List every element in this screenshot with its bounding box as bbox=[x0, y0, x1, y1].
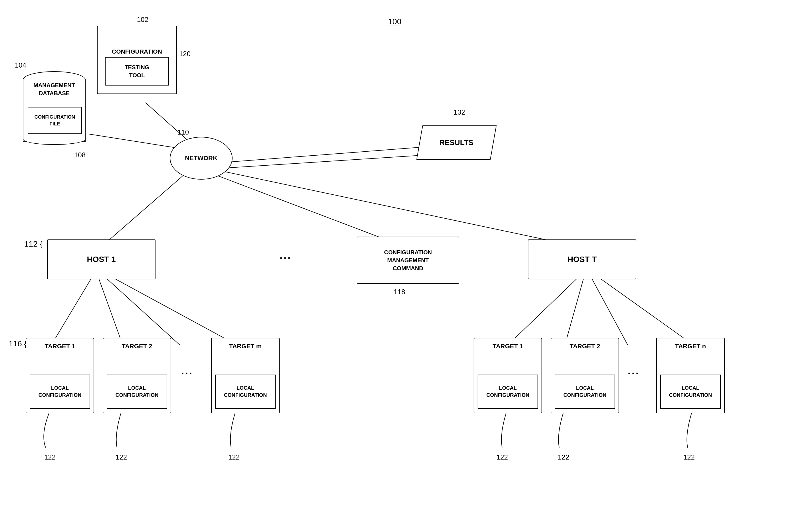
label-122-t1ht: 122 bbox=[497, 453, 508, 461]
config-mgmt-command-box: CONFIGURATION MANAGEMENT COMMAND bbox=[357, 237, 459, 284]
local-config-t2-ht-label: LOCAL CONFIGURATION bbox=[564, 385, 607, 399]
dots-bottom-left: ... bbox=[181, 365, 193, 377]
label-104: 104 bbox=[15, 61, 26, 69]
svg-line-14 bbox=[593, 274, 693, 345]
svg-line-4 bbox=[208, 168, 585, 248]
label-118: 118 bbox=[394, 288, 405, 296]
host-t-label: HOST T bbox=[568, 254, 597, 264]
dots-bottom-right: ... bbox=[628, 365, 640, 377]
config-mgmt-command-label: CONFIGURATION MANAGEMENT COMMAND bbox=[384, 248, 432, 272]
local-config-t1-h1-label: LOCAL CONFIGURATION bbox=[39, 385, 82, 399]
dots-middle-top: ... bbox=[280, 249, 292, 261]
network-label: NETWORK bbox=[185, 155, 217, 162]
testing-tool-label: TESTING TOOL bbox=[125, 63, 149, 79]
diagram-container: 100 102 CONFIGURATION MANAGEMENT SERVER … bbox=[0, 0, 812, 506]
label-110: 110 bbox=[177, 128, 189, 136]
target-m-h1-box: TARGET m LOCAL CONFIGURATION bbox=[211, 338, 280, 413]
label-116: 116 { bbox=[9, 339, 27, 348]
svg-line-6 bbox=[223, 154, 442, 168]
label-102: 102 bbox=[137, 16, 148, 24]
svg-line-5 bbox=[223, 145, 445, 163]
target-n-ht-label: TARGET n bbox=[675, 343, 706, 350]
host-t-box: HOST T bbox=[528, 240, 636, 279]
target1-h1-box: TARGET 1 LOCAL CONFIGURATION bbox=[26, 338, 94, 413]
label-122-t1h1: 122 bbox=[44, 453, 56, 461]
svg-line-7 bbox=[51, 274, 94, 345]
label-132: 132 bbox=[454, 108, 465, 116]
svg-line-8 bbox=[97, 274, 123, 345]
target-m-h1-label: TARGET m bbox=[229, 343, 262, 350]
svg-line-13 bbox=[589, 274, 628, 345]
svg-line-12 bbox=[565, 274, 585, 345]
local-config-tn-ht-label: LOCAL CONFIGURATION bbox=[669, 385, 712, 399]
label-100: 100 bbox=[388, 17, 401, 26]
results-label: RESULTS bbox=[439, 138, 473, 147]
config-file-label: CONFIGURATION FILE bbox=[34, 114, 75, 128]
label-112: 112 { bbox=[24, 240, 43, 249]
cylinder-bottom bbox=[23, 134, 86, 145]
local-config-t2-h1-label: LOCAL CONFIGURATION bbox=[116, 385, 159, 399]
label-122-tmh1: 122 bbox=[228, 453, 240, 461]
local-config-tm-h1-label: LOCAL CONFIGURATION bbox=[224, 385, 267, 399]
target1-ht-box: TARGET 1 LOCAL CONFIGURATION bbox=[473, 338, 542, 413]
network-ellipse: NETWORK bbox=[170, 137, 232, 180]
svg-line-9 bbox=[101, 274, 180, 345]
target2-h1-box: TARGET 2 LOCAL CONFIGURATION bbox=[103, 338, 171, 413]
label-122-tnht: 122 bbox=[683, 453, 695, 461]
target-n-ht-box: TARGET n LOCAL CONFIGURATION bbox=[656, 338, 725, 413]
target1-h1-label: TARGET 1 bbox=[45, 343, 75, 350]
local-config-t1-ht-label: LOCAL CONFIGURATION bbox=[487, 385, 529, 399]
target2-ht-label: TARGET 2 bbox=[570, 343, 600, 350]
host1-box: HOST 1 bbox=[47, 240, 155, 279]
svg-line-10 bbox=[105, 274, 237, 345]
label-108: 108 bbox=[74, 151, 86, 159]
target2-ht-box: TARGET 2 LOCAL CONFIGURATION bbox=[551, 338, 619, 413]
label-122-t2h1: 122 bbox=[116, 453, 127, 461]
host1-label: HOST 1 bbox=[87, 254, 116, 264]
results-box: RESULTS bbox=[416, 125, 497, 160]
testing-tool-box: TESTING TOOL bbox=[105, 57, 169, 86]
svg-line-2 bbox=[100, 171, 188, 248]
target1-ht-label: TARGET 1 bbox=[493, 343, 523, 350]
svg-line-11 bbox=[508, 274, 582, 345]
label-120: 120 bbox=[179, 50, 191, 58]
target2-h1-label: TARGET 2 bbox=[122, 343, 152, 350]
label-122-t2ht: 122 bbox=[558, 453, 569, 461]
config-file-box: CONFIGURATION FILE bbox=[28, 107, 82, 134]
management-database-label: MANAGEMENT DATABASE bbox=[23, 81, 86, 97]
